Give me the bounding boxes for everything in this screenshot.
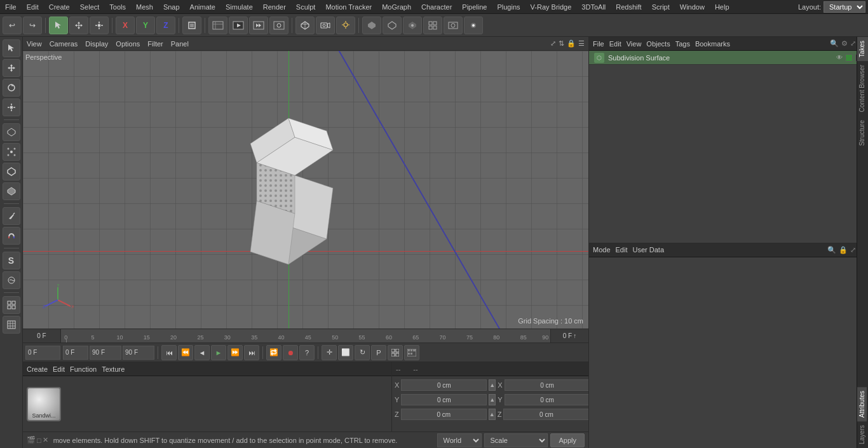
obj-edit-btn[interactable]: Edit xyxy=(609,40,621,48)
end-frame-input[interactable] xyxy=(123,346,154,360)
attr-expand-icon[interactable]: ⤢ xyxy=(850,246,856,254)
vp-shading-button[interactable] xyxy=(362,17,381,34)
obj-tags-btn[interactable]: Tags xyxy=(675,40,690,48)
viewport-menu-view[interactable]: View xyxy=(27,40,42,48)
cube-button[interactable] xyxy=(295,17,315,34)
coord-z-size[interactable] xyxy=(503,409,588,420)
axis-y-button[interactable]: Y xyxy=(136,17,155,34)
render-settings-button[interactable] xyxy=(269,17,288,34)
coord-y-size[interactable] xyxy=(505,394,588,405)
tool-poly-mode[interactable] xyxy=(3,182,20,200)
grid-pb[interactable] xyxy=(388,345,403,360)
go-end-button[interactable]: ⏭ xyxy=(244,345,259,360)
menu-sculpt[interactable]: Sculpt xyxy=(291,2,321,12)
attr-edit-btn[interactable]: Edit xyxy=(616,246,628,254)
vp-icon-lock[interactable]: 🔒 xyxy=(567,39,576,48)
tool-edge-mode[interactable] xyxy=(3,163,20,180)
axis-z-button[interactable]: Z xyxy=(156,17,175,34)
viewport[interactable]: Perspective X Y Z Grid Spacing : 10 cm xyxy=(23,51,588,329)
menu-file[interactable]: File xyxy=(0,2,22,12)
menu-mograph[interactable]: MoGraph xyxy=(377,2,416,12)
vp-icon-menu[interactable]: ☰ xyxy=(578,39,585,48)
tab-content-browser[interactable]: Content Browser xyxy=(857,61,868,116)
menu-3dtoall[interactable]: 3DToAll xyxy=(576,2,611,12)
tool-move[interactable] xyxy=(3,59,20,77)
axis-x-button[interactable]: X xyxy=(116,17,135,34)
render-all-button[interactable] xyxy=(249,17,268,34)
apply-button[interactable]: Apply xyxy=(550,433,585,447)
menu-help[interactable]: Help xyxy=(710,2,735,12)
menu-motion-tracker[interactable]: Motion Tracker xyxy=(320,2,377,12)
tool-obj-mode[interactable] xyxy=(3,123,20,141)
viewport-menu-panel[interactable]: Panel xyxy=(171,40,189,48)
record-button[interactable]: ⏺ xyxy=(283,345,298,360)
menu-redshift[interactable]: Redshift xyxy=(611,2,646,12)
menu-plugins[interactable]: Plugins xyxy=(492,2,525,12)
redo-button[interactable]: ↪ xyxy=(23,17,42,34)
menu-create[interactable]: Create xyxy=(44,2,75,12)
vp-texture-button[interactable] xyxy=(403,17,422,34)
obj-search-icon[interactable]: 🔍 xyxy=(830,39,839,48)
vp-wire-button[interactable] xyxy=(383,17,402,34)
selection-mode-button[interactable] xyxy=(49,17,68,34)
obj-bookmarks-btn[interactable]: Bookmarks xyxy=(695,40,730,48)
vp-light2-button[interactable] xyxy=(464,17,483,34)
move-mode-button[interactable] xyxy=(69,17,88,34)
prev-frame-button[interactable]: ⏪ xyxy=(178,345,193,360)
vp-icon-expand[interactable]: ⤢ xyxy=(550,39,556,48)
obj-objects-btn[interactable]: Objects xyxy=(646,40,670,48)
attr-lock-icon[interactable]: 🔒 xyxy=(839,246,848,254)
menu-simulate[interactable]: Simulate xyxy=(220,2,258,12)
coord-y-arrow[interactable]: ▲ xyxy=(489,394,496,405)
obj-vis-icon[interactable]: 👁 xyxy=(836,54,843,62)
menu-character[interactable]: Character xyxy=(416,2,457,12)
tab-layers[interactable]: Layers xyxy=(857,421,867,448)
obj-expand-icon[interactable]: ⤢ xyxy=(850,39,856,48)
menu-script[interactable]: Script xyxy=(647,2,675,12)
vp-cam-button[interactable] xyxy=(444,17,463,34)
object-row-subdiv[interactable]: ⬡ Subdivision Surface 👁 xyxy=(589,51,868,65)
play-forward-button[interactable]: ► xyxy=(211,345,226,360)
render-active-button[interactable] xyxy=(229,17,248,34)
tool-rotate[interactable] xyxy=(3,79,20,97)
next-frame-button[interactable]: ⏩ xyxy=(227,345,243,360)
attr-mode-btn[interactable]: Mode xyxy=(593,246,611,254)
viewport-menu-display[interactable]: Display xyxy=(85,40,108,48)
tool-grid2[interactable] xyxy=(3,316,20,334)
scale-mode-button[interactable] xyxy=(90,17,109,34)
world-dropdown[interactable]: World Object Camera xyxy=(437,433,482,447)
attr-userdata-btn[interactable]: User Data xyxy=(633,246,665,254)
tool-magnet[interactable] xyxy=(3,227,20,245)
layout-select[interactable]: Startup xyxy=(824,1,865,13)
material-create-btn[interactable]: Create xyxy=(27,365,48,373)
pose-tool-pb[interactable]: P xyxy=(371,345,386,360)
obj-settings-icon[interactable]: ⚙ xyxy=(841,39,848,48)
move-tool-pb[interactable]: ✛ xyxy=(322,345,337,360)
go-start-button[interactable]: ⏮ xyxy=(161,345,177,360)
tool-scale[interactable] xyxy=(3,98,20,116)
preview-start-input[interactable] xyxy=(63,346,88,360)
material-thumbnail[interactable]: Sandwi... xyxy=(27,387,61,421)
coord-x-size[interactable] xyxy=(505,379,588,391)
scale-dropdown[interactable]: Scale Scale Uniform xyxy=(484,433,548,447)
start-frame-input[interactable] xyxy=(25,346,60,360)
timeline-ruler[interactable]: 0 5 10 15 20 25 30 35 40 45 50 55 60 xyxy=(61,329,550,343)
tool-knife[interactable] xyxy=(3,207,20,225)
viewport-menu-options[interactable]: Options xyxy=(116,40,140,48)
material-edit-btn[interactable]: Edit xyxy=(53,365,65,373)
menu-select[interactable]: Select xyxy=(75,2,105,12)
menu-animate[interactable]: Animate xyxy=(185,2,220,12)
scale-tool-pb[interactable]: ⬜ xyxy=(338,345,353,360)
preview-end-input[interactable] xyxy=(90,346,121,360)
obj-green-btn[interactable] xyxy=(845,54,853,62)
viewport-menu-filter[interactable]: Filter xyxy=(147,40,163,48)
menu-mesh[interactable]: Mesh xyxy=(131,2,158,12)
light-button[interactable] xyxy=(336,17,355,34)
vp-grid-button[interactable] xyxy=(423,17,442,34)
undo-button[interactable]: ↩ xyxy=(3,17,22,34)
material-texture-btn[interactable]: Texture xyxy=(102,365,125,373)
vp-icon-swap[interactable]: ⇅ xyxy=(559,39,564,48)
viewport-menu-cameras[interactable]: Cameras xyxy=(50,40,78,48)
obj-file-btn[interactable]: File xyxy=(593,40,604,48)
material-function-btn[interactable]: Function xyxy=(70,365,97,373)
